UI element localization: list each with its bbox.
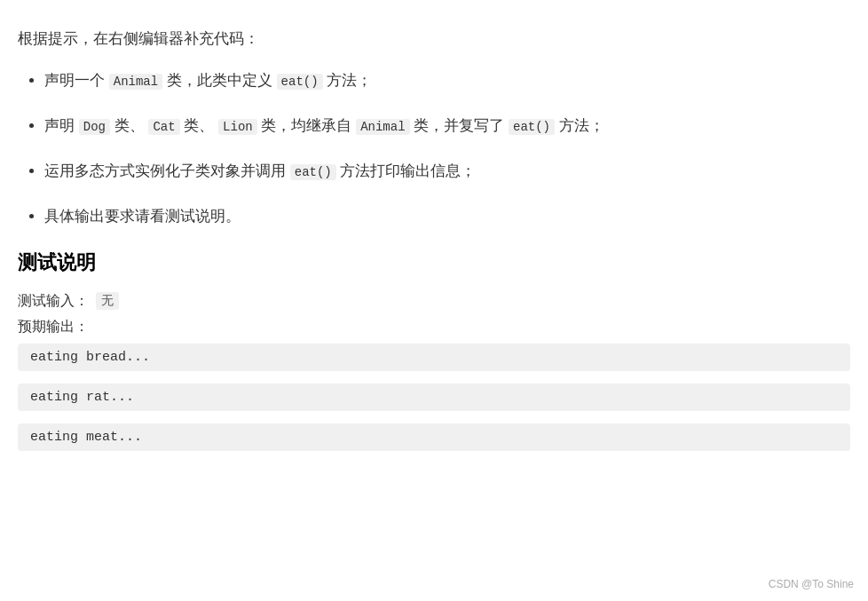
bullet-list: 声明一个 Animal 类，此类中定义 eat() 方法； 声明 Dog 类、 … <box>18 68 850 230</box>
code-animal2: Animal <box>356 119 409 135</box>
bullet-item-1: 声明一个 Animal 类，此类中定义 eat() 方法； <box>44 68 850 94</box>
test-input-label: 测试输入： <box>18 292 89 311</box>
output-blocks: eating bread... eating rat... eating mea… <box>18 344 850 460</box>
footer-text: CSDN @To Shine <box>769 578 854 590</box>
test-input-value: 无 <box>96 292 119 310</box>
test-section-title: 测试说明 <box>18 249 850 276</box>
code-cat: Cat <box>148 119 179 135</box>
code-eat2: eat() <box>509 119 555 135</box>
bullet-item-4: 具体输出要求请看测试说明。 <box>44 204 850 230</box>
test-output-label: 预期输出： <box>18 318 850 336</box>
code-eat3: eat() <box>290 164 336 180</box>
output-line-1: eating bread... <box>18 344 850 371</box>
test-input-row: 测试输入： 无 <box>18 292 850 311</box>
intro-text: 根据提示，在右侧编辑器补充代码： <box>18 27 850 51</box>
bullet-item-3: 运用多态方式实例化子类对象并调用 eat() 方法打印输出信息； <box>44 159 850 185</box>
output-line-2: eating rat... <box>18 384 850 411</box>
bullet-item-2: 声明 Dog 类、 Cat 类、 Lion 类，均继承自 Animal 类，并复… <box>44 114 850 139</box>
output-line-3: eating meat... <box>18 423 850 451</box>
code-eat1: eat() <box>277 74 323 90</box>
code-lion: Lion <box>218 119 257 135</box>
code-dog: Dog <box>79 119 110 135</box>
code-animal: Animal <box>109 74 162 90</box>
